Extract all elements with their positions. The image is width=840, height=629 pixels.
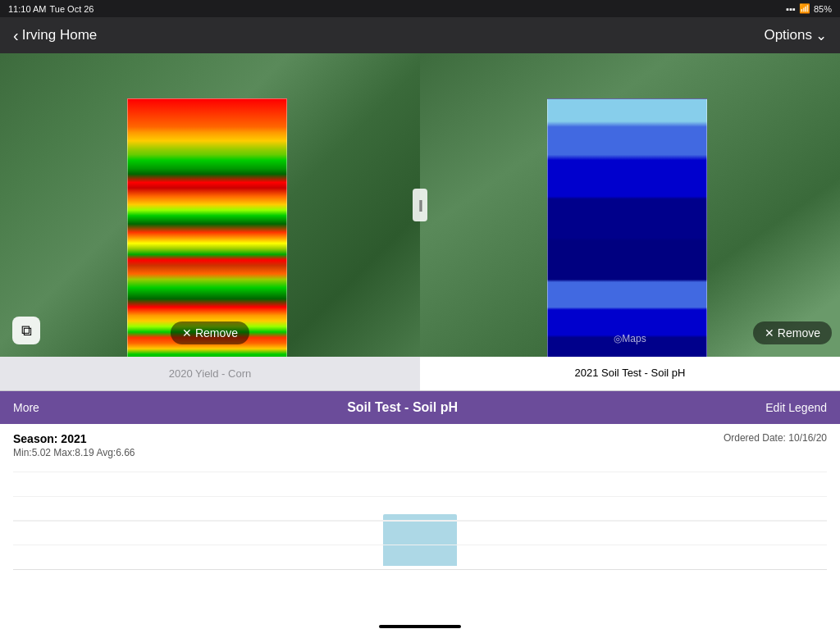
bottom-panel: 2020 Yield - Corn 2021 Soil Test - Soil …	[0, 357, 840, 629]
soilph-map-overlay	[547, 98, 707, 357]
signal-icon: ▪▪▪	[786, 4, 796, 14]
remove-label-left: Remove	[195, 326, 238, 340]
remove-x-icon-left: ✕	[182, 326, 192, 340]
remove-label-right: Remove	[778, 326, 820, 340]
map-area: ⧉ ✕ Remove ◎Maps ✕ Remove ||	[0, 53, 840, 357]
edit-legend-label: Edit Legend	[765, 401, 827, 414]
edit-legend-button[interactable]: Edit Legend	[765, 401, 827, 414]
map-divider-handle[interactable]: ||	[413, 189, 427, 221]
minmax-label: Min:5.02 Max:8.19 Avg:6.66	[13, 447, 135, 458]
divider-handle-icon: ||	[418, 198, 421, 212]
back-button[interactable]: ‹ Irving Home	[13, 27, 97, 43]
status-day: Tue Oct 26	[49, 4, 94, 14]
bar-chart	[13, 472, 827, 570]
layer-icon[interactable]: ⧉	[12, 317, 40, 344]
layers-symbol: ⧉	[21, 322, 32, 340]
chart-labels	[0, 617, 840, 625]
options-button[interactable]: Options ⌄	[764, 27, 827, 44]
tab-bar: 2020 Yield - Corn 2021 Soil Test - Soil …	[0, 357, 840, 391]
map-panel-left[interactable]: ⧉ ✕ Remove	[0, 53, 420, 357]
stats-row: Season: 2021 Min:5.02 Max:8.19 Avg:6.66 …	[0, 424, 840, 463]
tab-soil[interactable]: 2021 Soil Test - Soil pH	[420, 357, 840, 390]
stats-left: Season: 2021 Min:5.02 Max:8.19 Avg:6.66	[13, 432, 135, 458]
ordered-date-label: Ordered Date: 10/16/20	[724, 432, 827, 444]
remove-button-left[interactable]: ✕ Remove	[171, 321, 249, 344]
bar-group-0	[13, 514, 827, 566]
options-chevron-icon: ⌄	[815, 27, 827, 44]
yield-map-overlay	[127, 98, 287, 357]
status-indicators: ▪▪▪ 📶 85%	[786, 3, 832, 14]
bar-0	[383, 514, 457, 566]
scroll-bar	[379, 625, 461, 628]
info-title: Soil Test - Soil pH	[347, 400, 458, 415]
maps-label: ◎Maps	[614, 333, 646, 344]
remove-x-icon-right: ✕	[765, 326, 774, 340]
tab-yield[interactable]: 2020 Yield - Corn	[0, 357, 420, 390]
status-time-date: 11:10 AM Tue Oct 26	[8, 4, 94, 14]
info-bar: More Soil Test - Soil pH Edit Legend	[0, 391, 840, 424]
chart-area	[0, 463, 840, 617]
season-label: Season: 2021	[13, 432, 135, 445]
scroll-indicator	[0, 625, 840, 629]
remove-button-right[interactable]: ✕ Remove	[753, 321, 832, 344]
more-label: More	[13, 401, 39, 414]
nav-bar: ‹ Irving Home Options ⌄	[0, 17, 840, 53]
options-label: Options	[764, 27, 812, 43]
battery-label: 85%	[814, 4, 832, 14]
back-arrow-icon: ‹	[13, 27, 19, 43]
status-bar: 11:10 AM Tue Oct 26 ▪▪▪ 📶 85%	[0, 0, 840, 17]
tab-soil-label: 2021 Soil Test - Soil pH	[575, 367, 686, 379]
tab-yield-label: 2020 Yield - Corn	[169, 367, 251, 380]
more-button[interactable]: More	[13, 401, 39, 414]
wifi-icon: 📶	[799, 3, 810, 14]
back-label: Irving Home	[22, 27, 98, 43]
map-panel-right[interactable]: ◎Maps ✕ Remove	[420, 53, 840, 357]
status-time: 11:10 AM	[8, 4, 46, 14]
map-split: ⧉ ✕ Remove ◎Maps ✕ Remove ||	[0, 53, 840, 357]
